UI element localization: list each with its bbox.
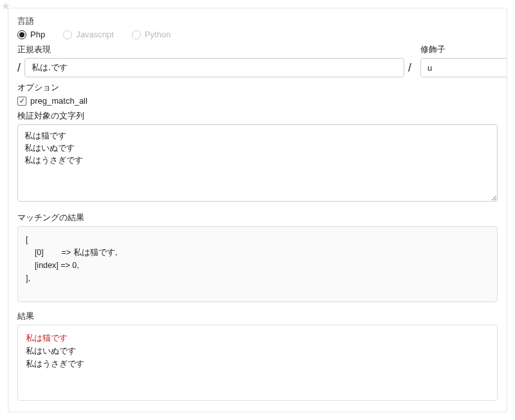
regex-tester-panel: 言語 Php Javascript Python 正規表現 / / 修飾子 — [8, 8, 507, 412]
language-radio-group: Php Javascript Python — [17, 30, 498, 39]
regex-slash-open: / — [17, 61, 21, 75]
result-label: 結果 — [17, 311, 498, 322]
preg-match-all-checkbox[interactable]: ✓ — [17, 97, 26, 106]
match-result-output: [ [0] => 私は猫です, [index] => 0, ], — [17, 226, 498, 302]
language-radio-python[interactable]: Python — [132, 30, 171, 39]
preg-match-all-label: preg_match_all — [30, 96, 88, 106]
language-radio-php[interactable]: Php — [17, 30, 45, 39]
subject-textarea[interactable]: 私は猫です 私はいぬです 私はうさぎです — [17, 124, 498, 202]
language-radio-label: Javascript — [76, 30, 114, 39]
language-radio-label: Python — [145, 30, 171, 39]
modifier-input[interactable] — [420, 58, 507, 77]
result-highlight: 私は猫です — [26, 334, 68, 343]
options-label: オプション — [17, 82, 498, 93]
radio-icon — [132, 30, 141, 39]
check-icon: ✓ — [19, 97, 25, 104]
language-radio-label: Php — [30, 30, 45, 39]
modifier-label: 修飾子 — [420, 44, 498, 55]
language-radio-javascript[interactable]: Javascript — [63, 30, 114, 39]
match-result-label: マッチングの結果 — [17, 213, 498, 224]
regex-label: 正規表現 — [17, 44, 411, 55]
subject-label: 検証対象の文字列 — [17, 111, 498, 122]
result-output: 私は猫です 私はいぬです 私はうさぎです — [17, 325, 498, 401]
regex-input[interactable] — [24, 58, 404, 77]
language-label: 言語 — [17, 16, 498, 27]
radio-icon — [17, 30, 26, 39]
regex-slash-close: / — [408, 61, 411, 75]
result-rest: 私はいぬです 私はうさぎです — [26, 347, 84, 368]
radio-icon — [63, 30, 72, 39]
